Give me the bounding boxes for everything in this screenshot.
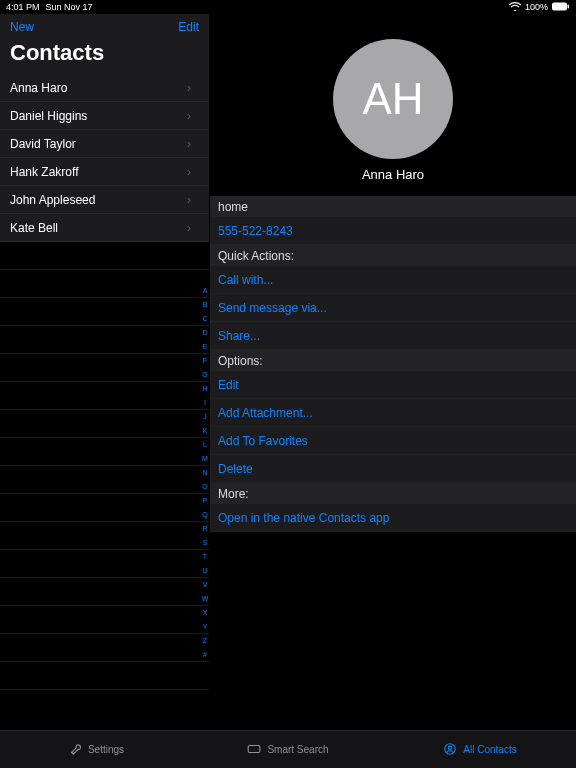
index-letter[interactable]: S <box>201 536 209 550</box>
avatar: AH <box>333 39 453 159</box>
index-letter[interactable]: K <box>201 424 209 438</box>
contacts-sidebar: New Edit Contacts Anna Haro› Daniel Higg… <box>0 14 210 730</box>
contacts-list[interactable]: Anna Haro› Daniel Higgins› David Taylor›… <box>0 74 209 730</box>
new-button[interactable]: New <box>10 20 34 34</box>
index-letter[interactable]: O <box>201 480 209 494</box>
index-letter[interactable]: D <box>201 326 209 340</box>
wifi-icon <box>509 2 521 13</box>
battery-icon <box>552 2 570 13</box>
person-circle-icon <box>443 742 457 758</box>
chevron-right-icon: › <box>187 221 191 235</box>
index-letter[interactable]: F <box>201 354 209 368</box>
add-attachment-row[interactable]: Add Attachment... <box>210 399 576 427</box>
edit-row[interactable]: Edit <box>210 371 576 399</box>
tab-label: Settings <box>88 744 124 755</box>
edit-list-button[interactable]: Edit <box>178 20 199 34</box>
avatar-initials: AH <box>362 74 423 124</box>
status-time: 4:01 PM <box>6 2 40 12</box>
chevron-right-icon: › <box>187 193 191 207</box>
add-favorites-row[interactable]: Add To Favorites <box>210 427 576 455</box>
open-native-row[interactable]: Open in the native Contacts app <box>210 504 576 532</box>
phone-number: 555-522-8243 <box>218 224 293 238</box>
svg-rect-0 <box>552 2 567 10</box>
index-letter[interactable]: M <box>201 452 209 466</box>
tab-label: All Contacts <box>463 744 516 755</box>
section-header-more: More: <box>210 483 576 504</box>
index-letter[interactable]: W <box>201 592 209 606</box>
send-message-row[interactable]: Send message via... <box>210 294 576 322</box>
list-item[interactable]: Daniel Higgins› <box>0 102 209 130</box>
tab-bar: Settings Smart Search All Contacts <box>0 730 576 768</box>
index-letter[interactable]: R <box>201 522 209 536</box>
index-letter[interactable]: P <box>201 494 209 508</box>
tab-smart-search[interactable]: Smart Search <box>192 731 384 768</box>
index-letter[interactable]: A <box>201 284 209 298</box>
index-letter[interactable]: E <box>201 340 209 354</box>
page-title: Contacts <box>0 40 209 74</box>
section-header-home: home <box>210 196 576 217</box>
list-item[interactable]: Anna Haro› <box>0 74 209 102</box>
chevron-right-icon: › <box>187 109 191 123</box>
index-letter[interactable]: L <box>201 438 209 452</box>
chevron-right-icon: › <box>187 137 191 151</box>
index-letter[interactable]: H <box>201 382 209 396</box>
index-letter[interactable]: Y <box>201 620 209 634</box>
index-letter[interactable]: N <box>201 466 209 480</box>
index-letter[interactable]: U <box>201 564 209 578</box>
contact-name: John Appleseed <box>10 193 95 207</box>
contact-detail: AH Anna Haro home 555-522-8243 Quick Act… <box>210 14 576 730</box>
contact-name: Hank Zakroff <box>10 165 78 179</box>
index-letter[interactable]: Z <box>201 634 209 648</box>
index-letter[interactable]: Q <box>201 508 209 522</box>
index-letter[interactable]: T <box>201 550 209 564</box>
battery-percent: 100% <box>525 2 548 12</box>
index-letter[interactable]: J <box>201 410 209 424</box>
phone-row[interactable]: 555-522-8243 <box>210 217 576 245</box>
keyboard-icon <box>247 742 261 758</box>
list-item[interactable]: Hank Zakroff› <box>0 158 209 186</box>
index-letter[interactable]: V <box>201 578 209 592</box>
index-letter[interactable]: I <box>201 396 209 410</box>
index-letter[interactable]: C <box>201 312 209 326</box>
index-letter[interactable]: G <box>201 368 209 382</box>
svg-rect-1 <box>568 4 570 8</box>
section-header-options: Options: <box>210 350 576 371</box>
list-item[interactable]: Kate Bell› <box>0 214 209 242</box>
status-date: Sun Nov 17 <box>46 2 93 12</box>
share-row[interactable]: Share... <box>210 322 576 350</box>
contact-name: David Taylor <box>10 137 76 151</box>
list-item[interactable]: David Taylor› <box>0 130 209 158</box>
index-letter[interactable]: B <box>201 298 209 312</box>
contact-name: Daniel Higgins <box>10 109 87 123</box>
delete-row[interactable]: Delete <box>210 455 576 483</box>
chevron-right-icon: › <box>187 81 191 95</box>
tab-all-contacts[interactable]: All Contacts <box>384 731 576 768</box>
list-item[interactable]: John Appleseed› <box>0 186 209 214</box>
svg-rect-2 <box>249 745 261 752</box>
contact-full-name: Anna Haro <box>362 167 424 182</box>
wrench-icon <box>68 742 82 758</box>
section-header-quick: Quick Actions: <box>210 245 576 266</box>
contact-name: Kate Bell <box>10 221 58 235</box>
call-with-row[interactable]: Call with... <box>210 266 576 294</box>
tab-settings[interactable]: Settings <box>0 731 192 768</box>
index-letter[interactable]: # <box>201 648 209 662</box>
svg-point-4 <box>449 746 453 750</box>
contact-name: Anna Haro <box>10 81 67 95</box>
status-bar: 4:01 PM Sun Nov 17 100% <box>0 0 576 14</box>
section-index[interactable]: ABCDEFGHIJKLMNOPQRSTUVWXYZ# <box>201 284 209 662</box>
tab-label: Smart Search <box>267 744 328 755</box>
index-letter[interactable]: X <box>201 606 209 620</box>
chevron-right-icon: › <box>187 165 191 179</box>
